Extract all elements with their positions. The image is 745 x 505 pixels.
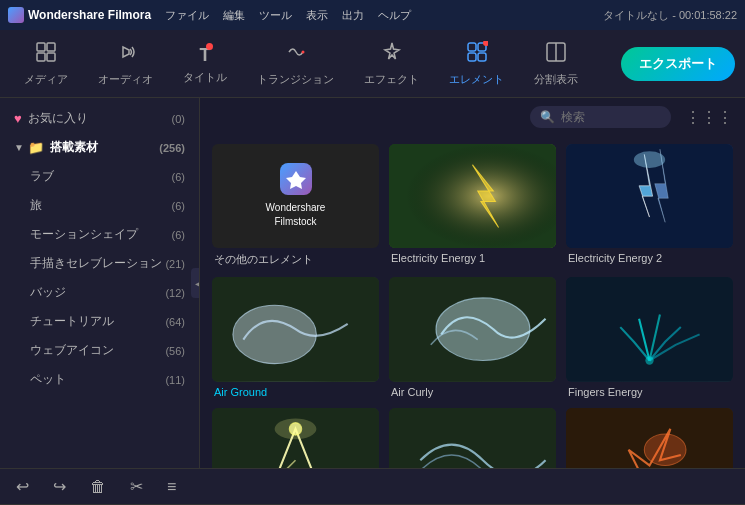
svg-point-15 [634,151,665,168]
grid-item-row3-3[interactable]: ⬇ [566,408,733,468]
toolbar-media[interactable]: メディア [10,35,82,93]
collapse-handle[interactable]: ◀ [191,268,200,298]
toolbar-element[interactable]: エレメント [435,35,518,93]
grid-item-air-ground[interactable]: ⬇ + Air Ground [212,277,379,397]
content-grid: WondershareFilmstock その他のエレメント ⬇ [200,136,745,468]
content-header: 🔍 ⋮⋮⋮ [200,98,745,136]
search-box[interactable]: 🔍 [530,106,671,128]
svg-point-27 [644,434,686,465]
svg-rect-3 [47,53,55,61]
element-label: エレメント [449,72,504,87]
grid-item-air-curly[interactable]: ⬇ Air Curly [389,277,556,397]
grid-item-fingers[interactable]: ⬇ Fingers Energy [566,277,733,397]
sidebar-item-webicon[interactable]: ウェブアイコン (56) [0,336,199,365]
toolbar-transition[interactable]: トランジション [243,35,348,93]
ws-title: WondershareFilmstock [266,201,326,229]
fingers-label: Fingers Energy [566,386,733,398]
arrow-down-icon: ▼ [14,142,24,153]
motion-shape-label: モーションシェイプ [30,226,138,243]
grid-item-electricity2[interactable]: ⬇ Electricity Energy 2 [566,144,733,267]
media-icon [35,41,57,68]
search-input[interactable] [561,110,661,124]
thumb-air-ground: ⬇ + [212,277,379,381]
grid-item-electricity1[interactable]: ⬇ Electricity Energy 1 [389,144,556,267]
travel-count: (6) [172,200,185,212]
settings-button[interactable]: ≡ [163,474,180,500]
svg-rect-1 [47,43,55,51]
menu-view[interactable]: 表示 [306,8,328,23]
favorites-count: (0) [172,113,185,125]
svg-rect-13 [389,144,556,248]
love-label: ラブ [30,168,54,185]
sidebar-item-love[interactable]: ラブ (6) [0,162,199,191]
tutorial-count: (64) [165,316,185,328]
cut-button[interactable]: ✂ [126,473,147,500]
favorites-label: お気に入り [28,110,88,127]
title-label: タイトル [183,70,227,85]
sidebar-item-motion-shape[interactable]: モーションシェイプ (6) [0,220,199,249]
motion-shape-count: (6) [172,229,185,241]
badge-label: バッジ [30,284,66,301]
wondershare-label: その他のエレメント [212,252,379,267]
webicon-count: (56) [165,345,185,357]
tutorial-label: チュートリアル [30,313,114,330]
air-curly-label: Air Curly [389,386,556,398]
effect-icon [381,41,403,68]
main-toolbar: メディア オーディオ T タイトル トランジション [0,30,745,98]
grid-item-row3-1[interactable]: ⬇ [212,408,379,468]
grid-item-row3-2[interactable]: ⬇ [389,408,556,468]
ws-logo-icon [280,163,312,195]
thumb-air-curly: ⬇ [389,277,556,381]
pet-count: (11) [165,374,185,386]
sidebar: ♥ お気に入り (0) ▼ 📁 搭載素材 (256) ラブ (6) 旅 (6) … [0,98,200,468]
redo-button[interactable]: ↪ [49,473,70,500]
logo-icon [8,7,24,23]
effect-label: エフェクト [364,72,419,87]
grid-view-icon[interactable]: ⋮⋮⋮ [685,108,733,127]
webicon-label: ウェブアイコン [30,342,114,359]
pet-label: ペット [30,371,66,388]
menu-edit[interactable]: 編集 [223,8,245,23]
svg-rect-8 [478,53,486,61]
audio-icon [115,41,137,68]
sidebar-item-badge[interactable]: バッジ (12) [0,278,199,307]
electricity2-label: Electricity Energy 2 [566,252,733,264]
sidebar-item-tutorial[interactable]: チュートリアル (64) [0,307,199,336]
media-label: メディア [24,72,68,87]
thumb-row3-3: ⬇ [566,408,733,468]
stock-count: (256) [159,142,185,154]
app-name: Wondershare Filmora [28,8,151,22]
menu-tools[interactable]: ツール [259,8,292,23]
heart-icon: ♥ [14,111,22,126]
thumb-row3-1: ⬇ [212,408,379,468]
bottom-toolbar: ↩ ↪ 🗑 ✂ ≡ [0,468,745,504]
undo-button[interactable]: ↩ [12,473,33,500]
menu-help[interactable]: ヘルプ [378,8,411,23]
menu-file[interactable]: ファイル [165,8,209,23]
toolbar-effect[interactable]: エフェクト [350,35,433,93]
travel-label: 旅 [30,197,42,214]
electricity1-label: Electricity Energy 1 [389,252,556,264]
menu-output[interactable]: 出力 [342,8,364,23]
app-logo: Wondershare Filmora [8,7,151,23]
thumb-row3-2: ⬇ [389,408,556,468]
sidebar-item-handwritten[interactable]: 手描きセレブレーション (21) [0,249,199,278]
project-title: タイトルなし - 00:01:58:22 [603,8,737,23]
thumb-wondershare: WondershareFilmstock [212,144,379,248]
sidebar-item-travel[interactable]: 旅 (6) [0,191,199,220]
svg-point-4 [301,50,304,53]
sidebar-favorites[interactable]: ♥ お気に入り (0) [0,104,199,133]
thumb-fingers: ⬇ [566,277,733,381]
stock-label: 搭載素材 [50,139,98,156]
title-icon: T [200,43,211,66]
export-button[interactable]: エクスポート [621,47,735,81]
transition-icon [285,41,307,68]
grid-item-wondershare[interactable]: WondershareFilmstock その他のエレメント [212,144,379,267]
toolbar-split[interactable]: 分割表示 [520,35,592,93]
menu-bar: ファイル 編集 ツール 表示 出力 ヘルプ [165,8,411,23]
delete-button[interactable]: 🗑 [86,474,110,500]
sidebar-item-pet[interactable]: ペット (11) [0,365,199,394]
toolbar-audio[interactable]: オーディオ [84,35,167,93]
toolbar-title[interactable]: T タイトル [169,37,241,91]
sidebar-stock[interactable]: ▼ 📁 搭載素材 (256) [0,133,199,162]
